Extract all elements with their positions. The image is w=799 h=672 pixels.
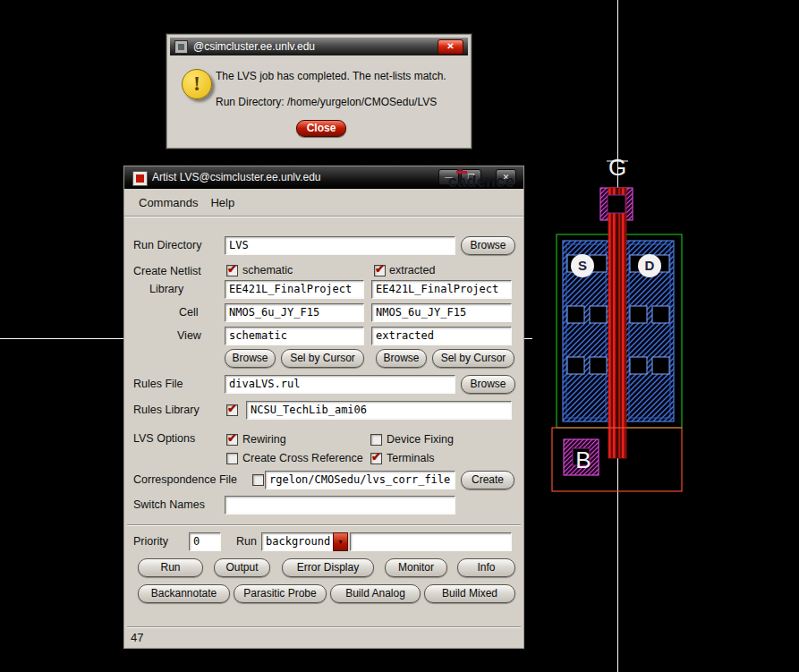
window-icon [132, 171, 148, 186]
menubar: Commands Help [124, 189, 523, 217]
rules-file-label: Rules File [133, 378, 183, 391]
info-button[interactable]: Info [457, 558, 515, 577]
view-schematic-field[interactable]: schematic [225, 327, 364, 345]
check-icon: ✔ [227, 432, 237, 444]
correspondence-file-checkbox[interactable] [252, 474, 264, 486]
status-separator [127, 626, 521, 628]
run-button[interactable]: Run [138, 558, 203, 577]
window-title: Artist LVS@csimcluster.ee.unlv.edu [152, 171, 320, 183]
check-icon: ✔ [227, 263, 237, 275]
schematic-browse-button[interactable]: Browse [225, 349, 276, 368]
warning-glyph: ! [183, 70, 211, 97]
separator [127, 524, 521, 526]
run-mode-dropdown[interactable]: background [261, 532, 334, 551]
gate-label: G [608, 154, 626, 181]
gate-contact-cut [608, 195, 625, 213]
device-fixing-checkbox-label: Device Fixing [387, 433, 454, 447]
terminals-checkbox-label: Terminals [387, 452, 435, 465]
layout-editor-background: S D G B @csimcluster.ee.unlv.edu ✕ ! The… [0, 0, 799, 672]
view-extracted-field[interactable]: extracted [371, 327, 512, 345]
source-pin-label: S [578, 258, 587, 273]
extracted-browse-button[interactable]: Browse [376, 349, 427, 368]
rules-library-label: Rules Library [133, 404, 200, 417]
artist-lvs-window: Artist LVS@csimcluster.ee.unlv.edu — ❐ ✕… [123, 166, 524, 649]
run-host-field[interactable] [350, 532, 512, 551]
error-display-button[interactable]: Error Display [282, 558, 374, 577]
library-schematic-field[interactable]: EE421L_FinalProject [225, 280, 364, 299]
terminals-checkbox[interactable]: ✔ [370, 453, 382, 464]
menu-commands[interactable]: Commands [139, 196, 198, 209]
switch-names-label: Switch Names [133, 498, 205, 512]
priority-label: Priority [133, 535, 168, 549]
rules-file-field[interactable]: divaLVS.rul [225, 375, 455, 394]
schematic-checkbox[interactable]: ✔ [226, 265, 238, 276]
create-netlist-label: Create Netlist [133, 265, 201, 278]
dialog-close-button[interactable]: Close [296, 120, 346, 137]
correspondence-file-label: Correspondence File [133, 473, 237, 487]
backannotate-button[interactable]: Backannotate [138, 584, 230, 603]
extracted-checkbox-label: extracted [389, 264, 435, 277]
priority-field[interactable]: 0 [189, 532, 221, 551]
rules-library-checkbox[interactable]: ✔ [226, 404, 238, 416]
rewiring-checkbox-label: Rewiring [242, 433, 286, 447]
lvs-options-label: LVS Options [133, 432, 195, 446]
dialog-title: @csimcluster.ee.unlv.edu [193, 40, 315, 53]
build-mixed-button[interactable]: Build Mixed [424, 584, 515, 603]
menu-help[interactable]: Help [210, 196, 234, 209]
rewiring-checkbox[interactable]: ✔ [226, 434, 238, 446]
device-fixing-checkbox[interactable] [370, 434, 382, 446]
extracted-sel-by-cursor-button[interactable]: Sel by Cursor [432, 349, 514, 368]
drain-pin-label: D [645, 258, 655, 273]
correspondence-create-button[interactable]: Create [461, 471, 514, 489]
parasitic-probe-button[interactable]: Parasitic Probe [234, 584, 327, 603]
cross-reference-checkbox-label: Create Cross Reference [242, 452, 363, 465]
monitor-button[interactable]: Monitor [385, 558, 447, 577]
status-text: 47 [131, 631, 143, 644]
dialog-run-directory: Run Directory: /home/yurgelon/CMOSedu/LV… [216, 96, 437, 108]
warning-icon: ! [182, 69, 212, 99]
cell-extracted-field[interactable]: NMOS_6u_JY_F15 [371, 303, 512, 322]
view-label: View [177, 329, 201, 343]
extracted-checkbox[interactable]: ✔ [374, 265, 386, 276]
rules-file-browse-button[interactable]: Browse [461, 375, 515, 394]
switch-names-field[interactable] [225, 496, 455, 515]
dialog-titlebar[interactable]: @csimcluster.ee.unlv.edu ✕ [170, 38, 468, 55]
run-mode-dropdown-arrow-icon[interactable]: ▼ [333, 532, 348, 551]
output-button[interactable]: Output [214, 558, 270, 577]
rules-library-field[interactable]: NCSU_TechLib_ami06 [246, 401, 512, 420]
bulk-label: B [575, 447, 591, 473]
check-icon: ✔ [227, 403, 237, 414]
cell-label: Cell [179, 306, 199, 319]
cadence-logo: cadence [448, 173, 514, 191]
cross-reference-checkbox[interactable] [226, 453, 238, 464]
build-analog-button[interactable]: Build Analog [330, 584, 421, 603]
layout-canvas[interactable]: S D G B [537, 148, 716, 506]
dialog-icon [174, 40, 188, 54]
check-icon: ✔ [375, 263, 385, 275]
schematic-checkbox-label: schematic [242, 264, 293, 277]
poly-gate-centerline [616, 188, 619, 458]
run-directory-label: Run Directory [133, 239, 201, 252]
cell-schematic-field[interactable]: NMOS_6u_JY_F15 [225, 303, 364, 322]
run-directory-browse-button[interactable]: Browse [461, 236, 515, 255]
run-directory-field[interactable]: LVS [225, 236, 455, 255]
check-icon: ✔ [371, 451, 381, 463]
library-extracted-field[interactable]: EE421L_FinalProject [371, 280, 512, 299]
dialog-message: The LVS job has completed. The net-lists… [216, 70, 446, 82]
lvs-complete-dialog: @csimcluster.ee.unlv.edu ✕ ! The LVS job… [166, 34, 472, 149]
schematic-sel-by-cursor-button[interactable]: Sel by Cursor [281, 349, 364, 368]
run-mode-label: Run [236, 535, 257, 549]
library-label: Library [149, 283, 183, 296]
correspondence-file-field[interactable]: rgelon/CMOSedu/lvs_corr_file [265, 471, 455, 489]
dialog-close-icon[interactable]: ✕ [438, 39, 463, 55]
